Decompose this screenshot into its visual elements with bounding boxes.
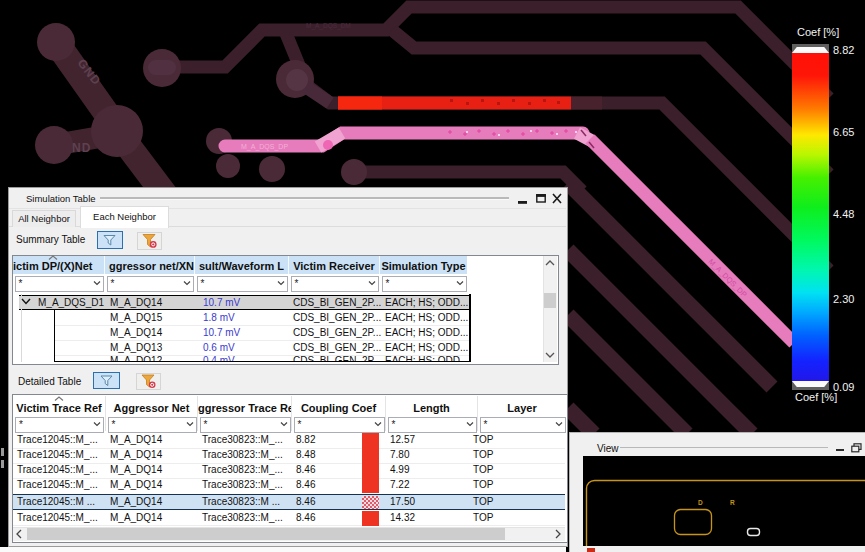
svg-text:M_A_DQS_DM: M_A_DQS_DM: [306, 22, 351, 30]
svg-text:D: D: [698, 499, 703, 506]
svg-text:ND: ND: [72, 141, 91, 155]
svg-text:R: R: [730, 499, 735, 506]
svg-text:M_A_DQS_DP: M_A_DQS_DP: [241, 143, 288, 151]
